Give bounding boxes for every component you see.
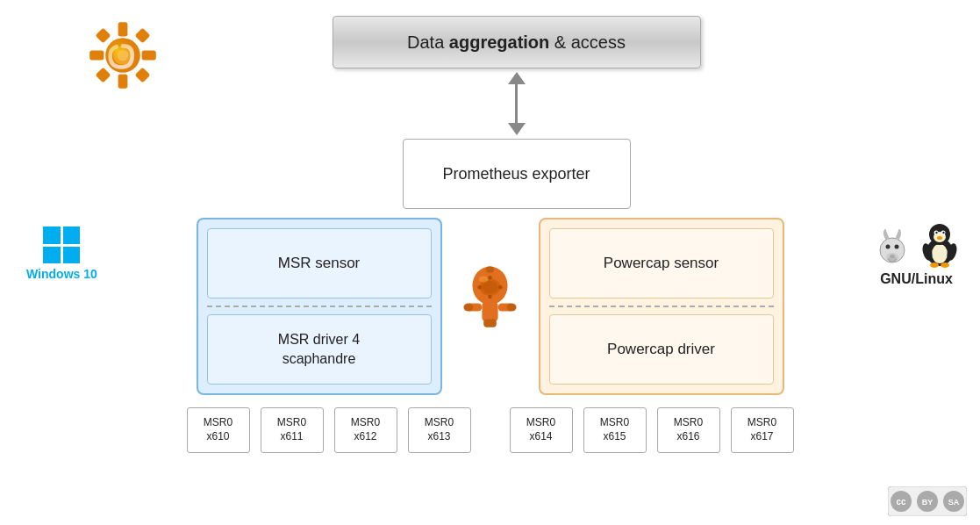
msr-driver-line2: scaphandre	[283, 351, 356, 366]
horizontal-divider-2	[549, 306, 774, 307]
svg-rect-10	[135, 68, 151, 83]
svg-rect-4	[118, 75, 128, 89]
list-item: MSR0x613	[408, 407, 471, 453]
arrow-shaft-bottom	[515, 104, 518, 123]
svg-point-31	[895, 245, 899, 249]
list-item: MSR0x616	[657, 407, 720, 453]
svg-rect-8	[135, 28, 151, 44]
msr-sensor-box: MSR sensor	[207, 228, 432, 298]
horizontal-divider	[207, 306, 432, 307]
top-section: Data aggregation & access	[0, 16, 980, 68]
svg-point-25	[488, 276, 492, 280]
msr-driver-line1: MSR driver 4	[278, 332, 360, 347]
svg-text:BY: BY	[922, 498, 934, 507]
svg-point-32	[890, 255, 895, 258]
svg-rect-7	[96, 28, 111, 44]
gnu-icon	[875, 226, 917, 268]
list-item: MSR0x611	[261, 407, 324, 453]
svg-point-24	[498, 285, 503, 290]
svg-text:cc: cc	[896, 497, 906, 507]
cc-badge-svg: cc BY SA	[888, 486, 967, 516]
prometheus-label: Prometheus exporter	[442, 165, 590, 183]
list-item: MSR0x614	[510, 407, 573, 453]
gear-icon	[83, 16, 162, 95]
windows-pane-3	[43, 247, 61, 264]
svg-rect-6	[142, 51, 156, 61]
windows-label: Windows 10	[26, 227, 97, 281]
svg-point-11	[105, 38, 140, 73]
svg-rect-15	[486, 266, 494, 272]
gnu-animals	[875, 222, 958, 268]
svg-rect-3	[118, 22, 128, 36]
arrow-head-down	[508, 123, 526, 135]
aggregation-box: Data aggregation & access	[333, 16, 701, 68]
arrow-head-up	[508, 72, 526, 84]
windows-blue-container: MSR sensor MSR driver 4 scaphandre	[197, 218, 442, 395]
arrow-shaft-top	[515, 84, 518, 104]
svg-point-19	[463, 303, 473, 311]
powercap-sensor-label: Powercap sensor	[604, 255, 719, 272]
svg-point-26	[488, 295, 492, 299]
powercap-sensor-box: Powercap sensor	[549, 228, 774, 298]
gnu-linux-label: GNU/Linux	[875, 222, 958, 287]
svg-point-40	[942, 232, 944, 234]
list-item: MSR0x610	[187, 407, 250, 453]
list-item: MSR0x615	[583, 407, 647, 453]
tux-icon	[921, 222, 958, 268]
list-item: MSR0x617	[731, 407, 794, 453]
svg-point-34	[932, 244, 948, 263]
msr-driver-box: MSR driver 4 scaphandre	[207, 314, 432, 385]
aggregation-label: Data aggregation & access	[407, 32, 626, 53]
svg-point-41	[937, 236, 942, 240]
middle-section: Windows 10 MSR sensor MSR driver 4 scaph…	[0, 218, 980, 395]
powercap-driver-box: Powercap driver	[549, 314, 774, 385]
svg-point-39	[935, 232, 937, 234]
arrow-container	[508, 68, 526, 139]
prometheus-box: Prometheus exporter	[403, 139, 631, 209]
windows-icon	[43, 227, 80, 263]
linux-orange-container: Powercap sensor Powercap driver	[539, 218, 784, 395]
double-arrow	[508, 72, 526, 135]
gnu-linux-text: GNU/Linux	[880, 271, 953, 287]
svg-point-42	[930, 262, 939, 268]
svg-point-30	[886, 245, 891, 249]
diver-icon	[460, 262, 521, 333]
svg-text:SA: SA	[948, 498, 960, 507]
powercap-driver-label: Powercap driver	[607, 341, 715, 358]
msr-sensor-label: MSR sensor	[278, 255, 361, 272]
cc-license-badge: cc BY SA	[888, 486, 967, 516]
svg-rect-9	[96, 68, 111, 83]
windows-pane-2	[63, 227, 81, 244]
svg-point-23	[477, 285, 482, 290]
diagram-container: Data aggregation & access Prometheus exp…	[0, 0, 980, 525]
svg-rect-16	[482, 302, 497, 322]
msr-driver-label: MSR driver 4 scaphandre	[278, 330, 360, 370]
svg-point-43	[941, 262, 949, 268]
list-item: MSR0x612	[334, 407, 397, 453]
windows-text: Windows 10	[26, 267, 97, 281]
windows-pane-1	[43, 227, 61, 244]
windows-pane-4	[63, 247, 81, 264]
svg-rect-21	[483, 320, 497, 327]
svg-point-14	[482, 281, 497, 294]
svg-point-22	[479, 276, 489, 282]
svg-point-20	[507, 303, 517, 311]
bottom-msr-section: MSR0x610 MSR0x611 MSR0x612 MSR0x613 MSR0…	[0, 407, 980, 453]
svg-rect-5	[89, 51, 104, 61]
